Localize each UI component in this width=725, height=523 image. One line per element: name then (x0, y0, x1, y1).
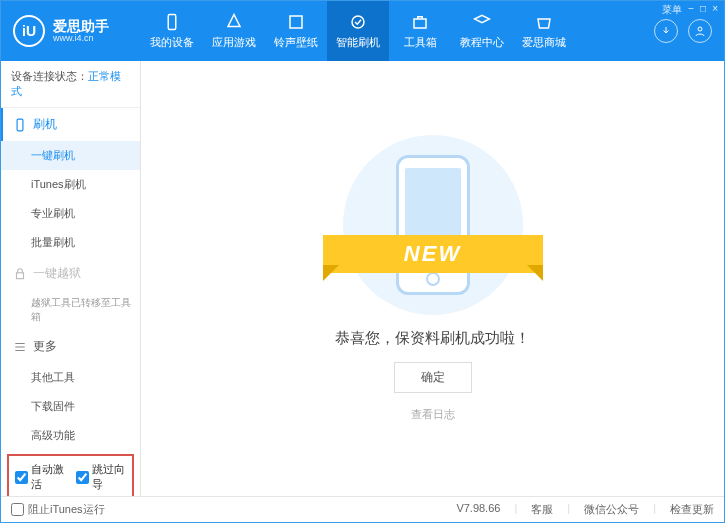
jailbreak-note: 越狱工具已转移至工具箱 (1, 290, 140, 330)
separator: | (653, 502, 656, 517)
footer-right: V7.98.66 | 客服 | 微信公众号 | 检查更新 (456, 502, 714, 517)
brand-name: 爱思助手 (53, 19, 109, 33)
nav-ringtones[interactable]: 铃声壁纸 (265, 1, 327, 61)
logo-icon: iU (13, 15, 45, 47)
checkbox-input[interactable] (76, 471, 89, 484)
view-log-link[interactable]: 查看日志 (411, 407, 455, 422)
toolbox-icon (411, 13, 429, 31)
nav-my-device[interactable]: 我的设备 (141, 1, 203, 61)
logo-text: 爱思助手 www.i4.cn (53, 19, 109, 43)
svg-rect-6 (17, 272, 24, 278)
nav-toolbox[interactable]: 工具箱 (389, 1, 451, 61)
version-label: V7.98.66 (456, 502, 500, 517)
status-label: 设备连接状态： (11, 70, 88, 82)
sidebar-head-label: 刷机 (33, 116, 57, 133)
svg-rect-3 (414, 19, 426, 28)
sidebar-item-advanced[interactable]: 高级功能 (1, 421, 140, 450)
checkbox-label: 阻止iTunes运行 (28, 502, 105, 517)
sidebar-item-oneclick[interactable]: 一键刷机 (1, 141, 140, 170)
sidebar-item-itunes[interactable]: iTunes刷机 (1, 170, 140, 199)
new-ribbon: NEW (323, 235, 543, 273)
checkbox-skip-guide[interactable]: 跳过向导 (76, 462, 127, 492)
checkbox-label: 跳过向导 (92, 462, 127, 492)
sidebar-more: 更多 其他工具 下载固件 高级功能 (1, 330, 140, 450)
apps-icon (225, 13, 243, 31)
maximize-icon[interactable]: □ (700, 3, 706, 17)
tutorial-icon (473, 13, 491, 31)
nav-tutorials[interactable]: 教程中心 (451, 1, 513, 61)
store-icon (535, 13, 553, 31)
phone-graphic-icon (396, 155, 470, 295)
success-illustration: NEW (343, 135, 523, 315)
close-icon[interactable]: × (712, 3, 718, 17)
nav-label: 教程中心 (460, 35, 504, 50)
app-window: 菜单 − □ × iU 爱思助手 www.i4.cn 我的设备 应用游戏 铃声壁 (0, 0, 725, 523)
sidebar-item-firmware[interactable]: 下载固件 (1, 392, 140, 421)
nav-label: 工具箱 (404, 35, 437, 50)
user-button[interactable] (688, 19, 712, 43)
check-update-link[interactable]: 检查更新 (670, 502, 714, 517)
logo: iU 爱思助手 www.i4.cn (1, 1, 141, 61)
sidebar-head-flash[interactable]: 刷机 (1, 108, 140, 141)
nav-store[interactable]: 爱思商城 (513, 1, 575, 61)
menu-icon[interactable]: 菜单 (662, 3, 682, 17)
checkbox-label: 自动激活 (31, 462, 66, 492)
device-icon (163, 13, 181, 31)
sidebar-flash: 刷机 一键刷机 iTunes刷机 专业刷机 批量刷机 (1, 108, 140, 257)
sidebar-head-label: 更多 (33, 338, 57, 355)
svg-point-4 (698, 27, 702, 31)
success-message: 恭喜您，保资料刷机成功啦！ (335, 329, 530, 348)
sidebar-head-jailbreak[interactable]: 一键越狱 (1, 257, 140, 290)
phone-icon (13, 118, 27, 132)
window-controls: 菜单 − □ × (662, 3, 718, 17)
nav-apps-games[interactable]: 应用游戏 (203, 1, 265, 61)
svg-rect-5 (17, 119, 23, 131)
flash-icon (349, 13, 367, 31)
brand-url: www.i4.cn (53, 33, 109, 43)
minimize-icon[interactable]: − (688, 3, 694, 17)
sidebar: 设备连接状态：正常模式 刷机 一键刷机 iTunes刷机 专业刷机 批量刷机 一… (1, 61, 141, 496)
options-highlight: 自动激活 跳过向导 (7, 454, 134, 496)
nav-label: 我的设备 (150, 35, 194, 50)
download-button[interactable] (654, 19, 678, 43)
sidebar-item-other[interactable]: 其他工具 (1, 363, 140, 392)
checkbox-input[interactable] (15, 471, 28, 484)
svg-rect-0 (168, 14, 176, 29)
svg-point-2 (352, 16, 364, 28)
separator: | (514, 502, 517, 517)
nav-label: 铃声壁纸 (274, 35, 318, 50)
wallpaper-icon (287, 13, 305, 31)
sidebar-jailbreak: 一键越狱 越狱工具已转移至工具箱 (1, 257, 140, 330)
main-content: NEW 恭喜您，保资料刷机成功啦！ 确定 查看日志 (141, 61, 724, 496)
ok-button[interactable]: 确定 (394, 362, 472, 393)
header: 菜单 − □ × iU 爱思助手 www.i4.cn 我的设备 应用游戏 铃声壁 (1, 1, 724, 61)
separator: | (567, 502, 570, 517)
top-nav: 我的设备 应用游戏 铃声壁纸 智能刷机 工具箱 教程中心 (141, 1, 654, 61)
nav-label: 爱思商城 (522, 35, 566, 50)
checkbox-block-itunes[interactable]: 阻止iTunes运行 (11, 502, 105, 517)
sidebar-head-label: 一键越狱 (33, 265, 81, 282)
connection-status: 设备连接状态：正常模式 (1, 61, 140, 108)
sidebar-item-pro[interactable]: 专业刷机 (1, 199, 140, 228)
nav-smart-flash[interactable]: 智能刷机 (327, 1, 389, 61)
nav-label: 应用游戏 (212, 35, 256, 50)
checkbox-auto-activate[interactable]: 自动激活 (15, 462, 66, 492)
sidebar-head-more[interactable]: 更多 (1, 330, 140, 363)
customer-service-link[interactable]: 客服 (531, 502, 553, 517)
list-icon (13, 340, 27, 354)
checkbox-input[interactable] (11, 503, 24, 516)
svg-rect-1 (290, 16, 302, 28)
sidebar-item-batch[interactable]: 批量刷机 (1, 228, 140, 257)
lock-icon (13, 267, 27, 281)
footer: 阻止iTunes运行 V7.98.66 | 客服 | 微信公众号 | 检查更新 (1, 496, 724, 522)
nav-label: 智能刷机 (336, 35, 380, 50)
wechat-link[interactable]: 微信公众号 (584, 502, 639, 517)
body: 设备连接状态：正常模式 刷机 一键刷机 iTunes刷机 专业刷机 批量刷机 一… (1, 61, 724, 496)
